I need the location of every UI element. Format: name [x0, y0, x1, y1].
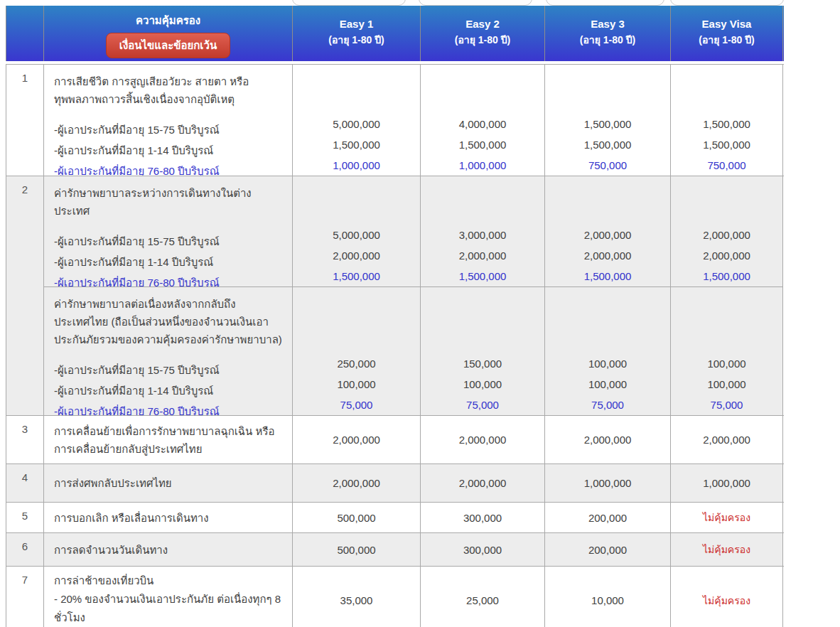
not-covered-label: ไม่คุ้มครอง	[703, 510, 750, 525]
row-2b-coverage-cell: ค่ารักษาพยาบาลต่อเนื่องหลังจากกลับถึงประ…	[44, 286, 293, 415]
coverage-title: ค่ารักษาพยาบาลระหว่างการเดินทางในต่างประ…	[54, 184, 284, 220]
plan-action-pill-easy3[interactable]	[546, 0, 664, 6]
age-band-1-14: -ผู้เอาประกันที่มีอายุ 1-14 ปีบริบูรณ์	[54, 380, 284, 401]
coverage-amount: 300,000	[463, 512, 502, 524]
header-plan-easy1: Easy 1 (อายุ 1-80 ปี)	[293, 6, 421, 61]
age-band-76-80-link[interactable]: -ผู้เอาประกันที่มีอายุ 76-80 ปีบริบูรณ์	[54, 277, 220, 286]
coverage-amount: 4,000,000	[459, 114, 507, 134]
coverage-amount: 1,500,000	[333, 134, 380, 155]
coverage-amount: 2,000,000	[459, 477, 507, 489]
coverage-amount: 750,000	[707, 155, 745, 176]
plan-name: Easy 3	[545, 16, 670, 32]
age-band-76-80-link[interactable]: -ผู้เอาประกันที่มีอายุ 76-80 ปีบริบูรณ์	[54, 405, 220, 415]
row-number: 7	[6, 567, 44, 627]
row-2b-easy3-cell: 100,000 100,000 75,000	[545, 286, 671, 415]
table-row-3: 3 การเคลื่อนย้ายเพื่อการรักษาพยาบาลฉุกเฉ…	[6, 415, 784, 463]
table-row-2: 2 ค่ารักษาพยาบาลระหว่างการเดินทางในต่างป…	[6, 176, 784, 415]
coverage-amount: 1,000,000	[333, 155, 380, 176]
coverage-amount: 2,000,000	[333, 245, 380, 266]
age-band-15-75: -ผู้เอาประกันที่มีอายุ 15-75 ปีบริบูรณ์	[54, 360, 284, 380]
not-covered-label: ไม่คุ้มครอง	[703, 593, 750, 609]
plan-action-pill-easyvisa[interactable]	[670, 0, 784, 6]
coverage-amount: 2,000,000	[703, 245, 750, 266]
plan-action-pill-easy1[interactable]	[292, 0, 406, 6]
age-band-76-80-link[interactable]: -ผู้เอาประกันที่มีอายุ 76-80 ปีบริบูรณ์	[54, 165, 220, 176]
row-2-easy3-cell: 2,000,000 2,000,000 1,500,000	[545, 176, 671, 286]
coverage-amount: 2,000,000	[584, 245, 632, 266]
coverage-amount: 2,000,000	[703, 434, 750, 446]
coverage-amount: 2,000,000	[584, 434, 632, 446]
plan-age-range: (อายุ 1-80 ปี)	[545, 32, 670, 48]
coverage-title: การบอกเลิก หรือเลื่อนการเดินทาง	[54, 509, 284, 527]
coverage-amount: 500,000	[337, 512, 375, 524]
row-1-easyvisa-cell: 1,500,000 1,500,000 750,000	[671, 65, 783, 176]
plan-age-range: (อายุ 1-80 ปี)	[421, 32, 544, 48]
age-band-15-75: -ผู้เอาประกันที่มีอายุ 15-75 ปีบริบูรณ์	[54, 231, 284, 252]
coverage-amount: 1,500,000	[703, 266, 750, 286]
coverage-amount: 1,500,000	[333, 266, 380, 286]
coverage-amount: 1,000,000	[459, 155, 507, 176]
coverage-amount: 10,000	[591, 594, 624, 606]
row-6-coverage-cell: การลดจำนวนวันเดินทาง	[44, 533, 293, 566]
row-number: 6	[6, 533, 44, 566]
coverage-amount: 100,000	[463, 374, 502, 395]
header-plan-easy2: Easy 2 (อายุ 1-80 ปี)	[421, 6, 545, 61]
row-number: 1	[6, 65, 44, 176]
row-4-easy3-cell: 1,000,000	[545, 464, 671, 502]
coverage-amount: 200,000	[588, 544, 627, 556]
row-7-easy2-cell: 25,000	[421, 567, 545, 627]
coverage-title: การส่งศพกลับประเทศไทย	[54, 474, 284, 492]
coverage-amount: 35,000	[340, 594, 373, 606]
row-1-easy2-cell: 4,000,000 1,500,000 1,000,000	[421, 65, 545, 176]
plan-name: Easy 2	[421, 16, 544, 32]
age-band-15-75: -ผู้เอาประกันที่มีอายุ 15-75 ปีบริบูรณ์	[54, 119, 284, 140]
table-row-7: 7 การล่าช้าของเที่ยวบิน - 20% ของจำนวนเง…	[6, 566, 784, 627]
row-2-easyvisa-cell: 2,000,000 2,000,000 1,500,000	[671, 176, 783, 286]
coverage-amount: 250,000	[337, 353, 375, 374]
coverage-note: - 20% ของจำนวนเงินเอาประกันภัย ต่อเนื่อง…	[54, 590, 284, 627]
row-number: 5	[6, 503, 44, 532]
row-4-easyvisa-cell: 1,000,000	[671, 464, 783, 502]
coverage-table: ความคุ้มครอง เงื่อนไขและข้อยกเว้น Easy 1…	[6, 6, 784, 627]
row-6-easy2-cell: 300,000	[421, 533, 545, 566]
coverage-title: การล่าช้าของเที่ยวบิน	[54, 572, 284, 590]
coverage-amount: 1,500,000	[459, 134, 507, 155]
row-5-easy1-cell: 500,000	[293, 503, 421, 532]
row-6-easy3-cell: 200,000	[545, 533, 671, 566]
table-row-6: 6 การลดจำนวนวันเดินทาง 500,000 300,000 2…	[6, 532, 784, 566]
coverage-amount: 100,000	[588, 374, 627, 395]
row-2b-easy2-cell: 150,000 100,000 75,000	[421, 286, 545, 415]
coverage-amount: 100,000	[707, 353, 745, 374]
row-number: 2	[6, 176, 44, 415]
conditions-exclusions-button[interactable]: เงื่อนไขและข้อยกเว้น	[106, 33, 230, 58]
coverage-title: การเคลื่อนย้ายเพื่อการรักษาพยาบาลฉุกเฉิน…	[54, 422, 284, 458]
coverage-amount: 1,000,000	[703, 477, 750, 489]
coverage-title: การลดจำนวนวันเดินทาง	[54, 541, 284, 559]
header-number-cell	[6, 6, 44, 61]
header-plan-easy3: Easy 3 (อายุ 1-80 ปี)	[545, 6, 671, 61]
plan-age-range: (อายุ 1-80 ปี)	[671, 32, 782, 48]
plan-age-range: (อายุ 1-80 ปี)	[293, 32, 420, 48]
plan-action-pill-easy2[interactable]	[419, 0, 532, 6]
coverage-amount: 1,500,000	[584, 114, 632, 134]
row-7-easy3-cell: 10,000	[545, 567, 671, 627]
row-7-coverage-cell: การล่าช้าของเที่ยวบิน - 20% ของจำนวนเงิน…	[44, 567, 293, 627]
age-band-1-14: -ผู้เอาประกันที่มีอายุ 1-14 ปีบริบูรณ์	[54, 140, 284, 161]
row-2-easy1-cell: 5,000,000 2,000,000 1,500,000	[293, 176, 421, 286]
coverage-amount: 100,000	[707, 374, 745, 395]
coverage-amount: 2,000,000	[703, 225, 750, 245]
coverage-amount: 75,000	[591, 395, 624, 415]
coverage-amount: 1,500,000	[584, 266, 632, 286]
coverage-amount: 500,000	[337, 544, 375, 556]
coverage-amount: 300,000	[463, 544, 502, 556]
coverage-title: การเสียชีวิต การสูญเสียอวัยวะ สายตา หรือ…	[54, 73, 284, 108]
row-6-easy1-cell: 500,000	[293, 533, 421, 566]
row-5-easyvisa-cell: ไม่คุ้มครอง	[671, 503, 783, 532]
coverage-amount: 3,000,000	[459, 225, 507, 245]
row-4-easy1-cell: 2,000,000	[293, 464, 421, 502]
row-1-easy1-cell: 5,000,000 1,500,000 1,000,000	[293, 65, 421, 176]
row-4-coverage-cell: การส่งศพกลับประเทศไทย	[44, 464, 293, 502]
row-3-easy2-cell: 2,000,000	[421, 416, 545, 463]
coverage-amount: 100,000	[337, 374, 375, 395]
row-2b-easy1-cell: 250,000 100,000 75,000	[293, 286, 421, 415]
